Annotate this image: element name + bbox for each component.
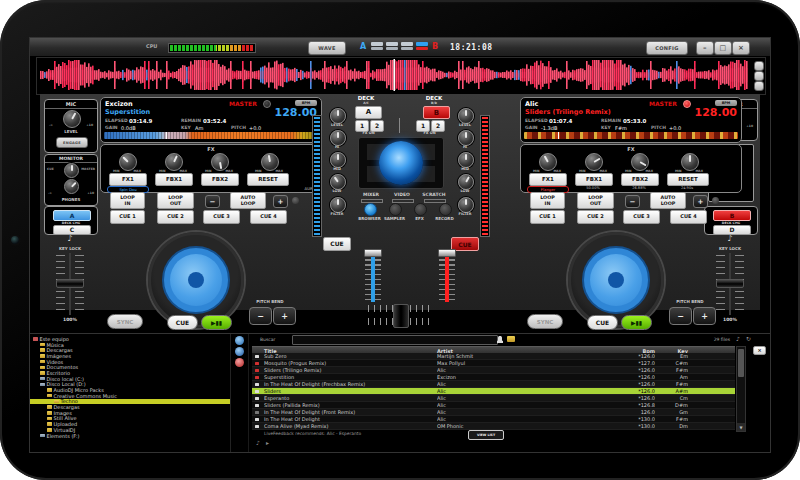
- view-list-button[interactable]: VIEW LIST: [468, 430, 504, 440]
- wave-zoom-button-1[interactable]: [754, 61, 764, 71]
- pitch-bend-plus-button[interactable]: +: [693, 307, 716, 325]
- table-row[interactable]: Sliders (Trilingo Remix) Alic *126.0 F#m: [252, 367, 735, 374]
- table-row[interactable]: In The Heat Of Delight (Front Remix) Ali…: [252, 409, 735, 416]
- config-button[interactable]: CONFIG: [646, 41, 688, 55]
- auto-loop-button[interactable]: AUTO LOOP: [650, 192, 686, 209]
- deck-select-b-button[interactable]: B: [713, 210, 751, 221]
- note-toolbar-icon[interactable]: ♪: [736, 335, 740, 342]
- channel-right-filter-knob[interactable]: [458, 197, 474, 213]
- reset-button[interactable]: RESET: [247, 173, 289, 186]
- jog-wheel-right[interactable]: [568, 232, 664, 328]
- search-user-icon[interactable]: [496, 335, 504, 343]
- fbx2-button[interactable]: FBX2: [621, 173, 659, 186]
- play-pause-button[interactable]: ▶▮▮: [201, 315, 232, 330]
- cell-key: Dm: [642, 423, 688, 430]
- cue3-button[interactable]: CUE 3: [203, 210, 240, 224]
- deck-a-track-overview[interactable]: [104, 132, 318, 139]
- cue2-button[interactable]: CUE 2: [157, 210, 194, 224]
- sampler-mode-button[interactable]: [389, 203, 402, 216]
- cue4-button[interactable]: CUE 4: [670, 210, 707, 224]
- tab-mixer[interactable]: MIXER: [357, 192, 385, 197]
- table-row[interactable]: Esperanto Alic *126.0 Cm: [252, 395, 735, 402]
- table-row[interactable]: Mosquito (Progus Remix) Max Pollyul *127…: [252, 360, 735, 367]
- loop-half-button[interactable]: −: [205, 195, 220, 208]
- record-mode-button[interactable]: [439, 203, 452, 216]
- pfl-cue-left-button[interactable]: CUE: [323, 237, 351, 251]
- cue1-button[interactable]: CUE 1: [110, 210, 145, 224]
- scroll-down-arrow[interactable]: ▼: [737, 423, 745, 431]
- waveform-display[interactable]: [38, 59, 750, 91]
- favorite-icon[interactable]: [235, 358, 244, 367]
- cue-transport-button[interactable]: CUE: [587, 315, 618, 330]
- pitch-slider-right[interactable]: [716, 253, 744, 315]
- efx-mode-button[interactable]: [414, 203, 427, 216]
- cue4-button[interactable]: CUE 4: [250, 210, 287, 224]
- sync-button[interactable]: SYNC: [527, 314, 563, 329]
- loop-in-button[interactable]: LOOP IN: [530, 192, 565, 209]
- tab-efx[interactable]: EFX: [411, 216, 428, 221]
- favorite-icon[interactable]: [235, 336, 244, 345]
- folder-icon: [40, 354, 45, 358]
- mixer-deck-a-button[interactable]: A: [355, 106, 382, 119]
- tree-item[interactable]: Elements (F:): [30, 433, 230, 439]
- jog-wheel-left[interactable]: [148, 232, 244, 328]
- wave-zoom-button-2[interactable]: [754, 71, 764, 81]
- tab-sampler[interactable]: SAMPLER: [378, 216, 411, 221]
- table-row[interactable]: Sliders Alic *126.0 A#m: [252, 388, 735, 395]
- loop-out-button[interactable]: LOOP OUT: [577, 192, 614, 209]
- loop-half-button[interactable]: −: [625, 195, 640, 208]
- pitch-bend-minus-button[interactable]: −: [249, 307, 272, 325]
- tab-record[interactable]: RECORD: [429, 216, 460, 221]
- fbx1-button[interactable]: FBX1: [155, 173, 193, 186]
- auto-loop-button[interactable]: AUTO LOOP: [230, 192, 266, 209]
- volume-fader-left[interactable]: [365, 249, 381, 302]
- wave-button[interactable]: WAVE: [308, 41, 346, 55]
- reset-button[interactable]: RESET: [667, 173, 709, 186]
- refresh-toolbar-icon[interactable]: ↻: [746, 335, 751, 342]
- playlist-scrollbar[interactable]: ▼: [736, 346, 746, 432]
- cell-artist: Martijn Schmit: [437, 353, 577, 360]
- fbx1-button[interactable]: FBX1: [575, 173, 613, 186]
- note-status-icon: ♪: [256, 439, 260, 446]
- channel-left-filter-knob[interactable]: [330, 197, 346, 213]
- cue1-button[interactable]: CUE 1: [530, 210, 565, 224]
- maximize-button[interactable]: □: [714, 41, 732, 55]
- tab-video[interactable]: VIDEO: [389, 192, 415, 197]
- cue3-button[interactable]: CUE 3: [623, 210, 660, 224]
- pitch-slider-left[interactable]: [56, 253, 84, 315]
- deck-select-a-button[interactable]: A: [53, 210, 91, 221]
- fx1-button[interactable]: FX1: [109, 173, 147, 186]
- table-row[interactable]: In The Heat Of Delight (Frechbax Remix) …: [252, 381, 735, 388]
- tab-scratch[interactable]: SCRATCH: [418, 192, 450, 197]
- mic-engage-button[interactable]: ENGAGE: [56, 137, 88, 148]
- table-row[interactable]: Coma Alive (Myad Remix) OM Phonic *130.0…: [252, 423, 735, 430]
- pitch-bend-minus-button[interactable]: −: [669, 307, 692, 325]
- loop-double-button[interactable]: +: [273, 195, 288, 208]
- mixer-deck-b-button[interactable]: B: [423, 106, 450, 119]
- search-folder-icon[interactable]: [507, 336, 515, 342]
- sync-button[interactable]: SYNC: [107, 314, 143, 329]
- pitch-bend-plus-button[interactable]: +: [273, 307, 296, 325]
- table-row[interactable]: Sub Zero Martijn Schmit *126.0 Em: [252, 353, 735, 360]
- close-button[interactable]: ×: [732, 41, 750, 55]
- favorite-icon[interactable]: [235, 347, 244, 356]
- cue-transport-button[interactable]: CUE: [167, 315, 198, 330]
- browser-mode-button[interactable]: [364, 203, 377, 216]
- table-row[interactable]: Superstition Excizon *126.0 Am: [252, 374, 735, 381]
- cue2-button[interactable]: CUE 2: [577, 210, 614, 224]
- crossfader[interactable]: [366, 304, 434, 326]
- fx1-button[interactable]: FX1: [529, 173, 567, 186]
- close-browser-button[interactable]: ×: [753, 346, 766, 355]
- deck-b-track-overview[interactable]: [524, 132, 738, 139]
- fbx2-button[interactable]: FBX2: [201, 173, 239, 186]
- loop-in-button[interactable]: LOOP IN: [110, 192, 145, 209]
- table-row[interactable]: Sliders (Pallida Remix) Alic *126.8 D#m: [252, 402, 735, 409]
- wave-zoom-button-3[interactable]: [754, 81, 764, 91]
- table-row[interactable]: In The Heat Of Delight Alic *130.0 F#m: [252, 416, 735, 423]
- loop-out-button[interactable]: LOOP OUT: [157, 192, 194, 209]
- search-input[interactable]: [292, 335, 498, 345]
- minimize-button[interactable]: –: [696, 41, 714, 55]
- play-pause-button[interactable]: ▶▮▮: [621, 315, 652, 330]
- volume-fader-right[interactable]: [439, 249, 455, 302]
- loop-double-button[interactable]: +: [693, 195, 708, 208]
